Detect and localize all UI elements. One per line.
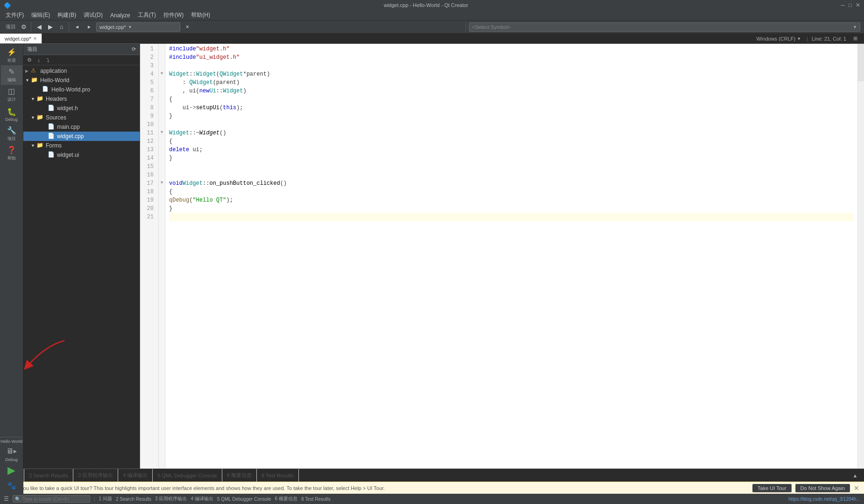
menu-analyze[interactable]: Analyze <box>106 11 134 20</box>
tree-item-main-cpp[interactable]: 📄 main.cpp <box>23 122 140 132</box>
line-num-16: 16 <box>140 171 156 179</box>
folder-icon: 📁 <box>36 142 44 149</box>
project-panel-header: 项目 ⟳ <box>23 44 140 55</box>
tree-arrow: ▼ <box>25 78 31 83</box>
active-file-tab[interactable]: widget.cpp* <box>99 24 126 30</box>
toolbar-next-btn[interactable]: ► <box>84 22 94 32</box>
bottom-tabs: 1 问题 2 Search Results 3 应用程序输出 4 编译输出 5 … <box>0 469 299 482</box>
bottom-tab-overview[interactable]: 6 概要信息 <box>222 469 257 482</box>
tree-item-hello-world[interactable]: ▼ 📁 Hello-World <box>23 76 140 85</box>
fold-20 <box>159 203 165 212</box>
menu-build[interactable]: 构建(B) <box>54 10 80 20</box>
tree-item-application[interactable]: ▶ ⚠ application <box>23 66 140 76</box>
edit-label: 编辑 <box>7 77 16 83</box>
notification-bar: Would you like to take a quick UI tour? … <box>0 482 864 494</box>
toolbar-prev-btn[interactable]: ◄ <box>72 22 82 32</box>
search-icon: 🔍 <box>15 497 21 502</box>
device-selector[interactable]: 🖥 ▶ <box>6 447 17 455</box>
sidebar-welcome[interactable]: ⚡ 欢迎 <box>1 46 22 65</box>
tree-item-headers[interactable]: ▼ 📁 Headers <box>23 94 140 104</box>
tree-label-widget-ui: widget.ui <box>57 152 140 158</box>
tree-item-sources[interactable]: ▼ 📁 Sources <box>23 113 140 122</box>
toolbar-forward-btn[interactable]: ▶ <box>45 22 56 32</box>
sidebar-debug[interactable]: 🐛 Debug <box>1 105 22 124</box>
toolbar-filter-btn[interactable]: ⚙ <box>19 22 29 32</box>
tab-dropdown-arrow[interactable]: ▼ <box>128 25 132 29</box>
run-button[interactable]: ▶ <box>5 464 18 477</box>
minimize-button[interactable]: ─ <box>841 2 845 8</box>
tab-overview-label: 6 概要信息 <box>227 472 252 479</box>
bottom-tab-search[interactable]: 2 Search Results <box>24 469 73 482</box>
code-line-14: } <box>169 154 854 162</box>
symbol-select[interactable]: <Select Symbol> <box>472 24 511 30</box>
sidebar-project[interactable]: 🔧 项目 <box>1 124 22 144</box>
bottom-tab-compile[interactable]: 4 编译输出 <box>118 469 153 482</box>
toolbar-back-btn[interactable]: ◀ <box>34 22 44 32</box>
menu-controls[interactable]: 控件(W) <box>160 10 187 20</box>
tab-close-btn[interactable]: ✕ <box>33 36 37 41</box>
menu-debug[interactable]: 调试(D) <box>80 10 106 20</box>
symbol-dropdown-arrow[interactable]: ▼ <box>853 25 857 29</box>
tree-label-forms: Forms <box>46 142 140 149</box>
code-line-8: ui->setupUi(this); <box>169 104 854 112</box>
editor-minimap <box>857 44 864 469</box>
pt-filter[interactable]: ⚙ <box>25 56 34 64</box>
app-output-status: 3 应用程序输出 <box>155 496 187 502</box>
fold-17[interactable]: ▼ <box>159 178 165 187</box>
take-ui-tour-button[interactable]: Take UI Tour <box>752 484 792 492</box>
code-line-6: , ui(new Ui::Widget) <box>169 87 854 95</box>
menu-tools[interactable]: 工具(T) <box>134 10 160 20</box>
pt-collapse[interactable]: ⤵ <box>44 56 52 64</box>
fold-7 <box>159 94 165 103</box>
tree-item-pro[interactable]: 📄 Hello-World.pro <box>23 85 140 94</box>
toggle-btn[interactable]: ⊞ <box>850 34 860 44</box>
line-numbers: 1 2 3 4 5 6 7 8 9 10 11 12 13 14 15 16 1 <box>140 44 159 469</box>
toolbar-close-tab[interactable]: ✕ <box>182 22 192 32</box>
pt-expand[interactable]: ↕ <box>35 56 43 64</box>
project-panel: 项目 ⟳ ⚙ ↕ ⤵ ▶ ⚠ application ▼ 📁 Hel <box>23 44 140 469</box>
tree-item-widget-ui[interactable]: 📄 widget.ui <box>23 150 140 160</box>
code-line-21 <box>169 213 854 221</box>
project-icon: 🔧 <box>7 126 16 135</box>
step-button[interactable]: 🐾 <box>5 479 18 492</box>
code-line-17: void Widget::on_pushButton_clicked() <box>169 179 854 188</box>
blog-link[interactable]: https://blog.csdn.net/qq_3/1204h... <box>789 497 860 502</box>
tree-item-widget-h[interactable]: 📄 widget.h <box>23 104 140 113</box>
tab-widget-cpp[interactable]: widget.cpp* ✕ <box>0 34 42 43</box>
bottom-tab-qml[interactable]: 5 QML Debugger Console <box>153 469 222 482</box>
sidebar-edit[interactable]: ✎ 编辑 <box>1 65 22 85</box>
encoding-selector[interactable]: Windows (CRLF) ▼ <box>754 36 803 42</box>
bottom-tab-app-output[interactable]: 3 应用程序输出 <box>73 469 118 482</box>
menu-bar: 文件(F) 编辑(E) 构建(B) 调试(D) Analyze 工具(T) 控件… <box>0 10 864 21</box>
fold-21 <box>159 212 165 220</box>
compile-output-status: 4 编译输出 <box>191 496 213 502</box>
menu-help[interactable]: 帮助(H) <box>187 10 214 20</box>
menu-file[interactable]: 文件(F) <box>2 10 28 20</box>
sidebar-design[interactable]: ◫ 设计 <box>1 85 22 105</box>
cpp-file-icon: 📄 <box>48 123 55 131</box>
do-not-show-again-button[interactable]: Do Not Show Again <box>795 484 850 492</box>
project-header-label: 项目 <box>27 46 37 53</box>
tree-item-forms[interactable]: ▼ 📁 Forms <box>23 141 140 150</box>
tree-item-widget-cpp[interactable]: 📄 widget.cpp <box>23 132 140 141</box>
sidebar-help[interactable]: ❓ 帮助 <box>1 144 22 163</box>
close-button[interactable]: ✕ <box>856 2 860 8</box>
menu-edit[interactable]: 编辑(E) <box>28 10 54 20</box>
search-box[interactable]: 🔍 <box>13 495 90 503</box>
encoding-arrow: ▼ <box>797 36 801 41</box>
maximize-button[interactable]: □ <box>849 2 852 8</box>
project-header-sync[interactable]: ⟳ <box>132 46 136 52</box>
fold-11[interactable]: ▼ <box>159 128 165 136</box>
code-line-5: : QWidget(parent) <box>169 78 854 87</box>
toolbar-home-btn[interactable]: ⌂ <box>57 22 67 32</box>
code-line-4: Widget::Widget(QWidget *parent) <box>169 70 854 78</box>
notification-close-btn[interactable]: ✕ <box>854 484 859 492</box>
code-editor[interactable]: #include "widget.h" #include "ui_widget.… <box>165 44 857 469</box>
h-file-icon: 📄 <box>48 105 55 112</box>
bottom-tab-tests[interactable]: 8 Test Results <box>257 469 299 482</box>
bottom-bar-up-btn[interactable]: ▲ <box>850 470 860 481</box>
fold-4[interactable]: ▼ <box>159 69 165 77</box>
line-num-21: 21 <box>140 213 156 221</box>
edit-icon: ✎ <box>8 67 14 76</box>
search-input[interactable] <box>22 497 88 502</box>
